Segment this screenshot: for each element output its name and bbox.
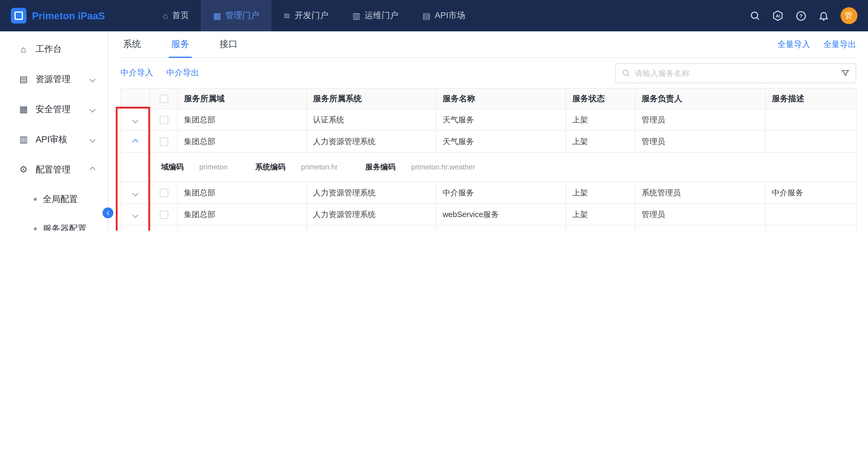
nav-item-dev-portal[interactable]: ≋ 开发门户	[271, 0, 340, 31]
cell-desc	[766, 109, 857, 130]
bell-icon[interactable]	[818, 10, 829, 21]
ai-assistant-icon[interactable]: AI	[772, 10, 783, 22]
cell-desc	[766, 204, 857, 225]
detail-pair: 系统编码 primeton.hr	[255, 162, 337, 172]
top-navbar: Primeton iPaaS ⌂ 首页 ▦ 管理门户 ≋ 开发门户 ▥ 运维门户…	[0, 0, 868, 31]
row-expand-toggle[interactable]	[121, 182, 150, 204]
sidebar-collapse-button[interactable]	[102, 208, 113, 218]
row-checkbox[interactable]	[159, 138, 168, 146]
row-expand-toggle[interactable]	[121, 225, 150, 230]
nav-item-ops-portal[interactable]: ▥ 运维门户	[340, 0, 410, 31]
cell-system: 人力资源管理系统	[307, 204, 436, 225]
chevron-down-icon	[90, 76, 96, 82]
cell-system: 认证系统	[307, 109, 436, 130]
cell-system: 人力资源管理系统	[307, 130, 436, 152]
cell-owner: 管理员	[635, 204, 766, 225]
svg-text:?: ?	[799, 13, 803, 19]
cell-name: webService服务	[436, 204, 566, 225]
sidebar-item-security-mgmt[interactable]: ▦ 安全管理	[0, 94, 108, 124]
header-domain: 服务所属域	[178, 88, 307, 109]
export-all-link[interactable]: 全量导出	[824, 39, 856, 50]
sidebar-subitem-global-config[interactable]: 全局配置	[0, 185, 108, 214]
cell-system: 人力资源管理系统	[307, 225, 436, 230]
sidebar-subitem-label: 全局配置	[43, 193, 78, 205]
header-status: 服务状态	[566, 88, 635, 109]
broker-export-link[interactable]: 中介导出	[166, 67, 199, 79]
nav-item-api-market[interactable]: ▤ API市场	[410, 0, 477, 31]
bullet-dot-icon	[34, 198, 37, 201]
row-expand-toggle[interactable]	[121, 109, 150, 130]
cell-name: 天气服务	[436, 109, 566, 130]
tab-interface[interactable]: 接口	[217, 31, 240, 57]
service-search-box	[615, 63, 856, 83]
nav-item-label: 管理门户	[225, 10, 259, 21]
nav-item-admin-portal[interactable]: ▦ 管理门户	[201, 0, 271, 31]
cell-status: 上架	[566, 182, 635, 204]
table-row: 集团总部 人力资源管理系统 中介服务 上架 系统管理员 中介服务	[121, 182, 857, 204]
primary-nav: ⌂ 首页 ▦ 管理门户 ≋ 开发门户 ▥ 运维门户 ▤ API市场	[151, 0, 477, 31]
cell-name: 天气服务	[436, 130, 566, 152]
import-all-link[interactable]: 全量导入	[778, 39, 810, 50]
row-checkbox[interactable]	[159, 211, 168, 219]
nav-item-label: API市场	[435, 10, 465, 21]
cell-system: 人力资源管理系统	[307, 182, 436, 204]
navbar-actions: AI ? 管	[749, 0, 868, 31]
service-search-input[interactable]	[634, 68, 836, 78]
nav-item-home[interactable]: ⌂ 首页	[151, 0, 201, 31]
sidebar-item-config-mgmt[interactable]: ⚙ 配置管理	[0, 154, 108, 185]
search-icon	[621, 69, 630, 77]
market-icon: ▤	[423, 11, 430, 21]
avatar[interactable]: 管	[840, 7, 857, 24]
table-row: 集团总部 人力资源管理系统 天气服务 上架 管理员	[121, 130, 857, 152]
toolbar: 中介导入 中介导出	[121, 58, 856, 88]
cell-name: 人员信息查询服务	[436, 225, 566, 230]
chevron-down-icon	[90, 106, 96, 112]
select-all-checkbox[interactable]	[159, 95, 168, 103]
sidebar-item-resource-mgmt[interactable]: ▤ 资源管理	[0, 64, 108, 94]
sidebar-subitem-label: 服务器配置	[43, 223, 87, 230]
security-icon: ▦	[18, 104, 29, 115]
chevron-down-icon	[132, 117, 138, 123]
row-expand-toggle[interactable]	[121, 130, 150, 152]
bullet-dot-icon	[34, 227, 37, 230]
workbench-icon: ⌂	[18, 44, 29, 54]
chevron-left-icon	[106, 211, 111, 215]
detail-label: 域编码	[161, 162, 184, 172]
tab-system[interactable]: 系统	[121, 31, 144, 57]
cell-domain: 集团总部	[178, 204, 307, 225]
grid-icon: ▦	[213, 11, 221, 21]
filter-icon[interactable]	[841, 69, 849, 77]
tab-service[interactable]: 服务	[169, 31, 192, 57]
boxes-icon: ▥	[352, 11, 360, 21]
row-checkbox[interactable]	[159, 116, 168, 125]
detail-pair: 服务编码 primeton.hr.weather	[365, 162, 475, 172]
search-icon[interactable]	[749, 10, 760, 21]
chevron-down-icon	[90, 136, 96, 142]
chevron-up-icon	[132, 139, 138, 145]
services-table-wrap: 服务所属域 服务所属系统 服务名称 服务状态 服务负责人 服务描述 集团总部 认…	[121, 88, 856, 230]
cell-desc	[766, 130, 857, 152]
table-row: 集团总部 人力资源管理系统 webService服务 上架 管理员	[121, 204, 857, 225]
row-expand-toggle[interactable]	[121, 204, 150, 225]
broker-import-link[interactable]: 中介导入	[121, 67, 153, 79]
sidebar-item-label: API审核	[36, 133, 67, 145]
layers-icon: ≋	[283, 11, 290, 21]
detail-row: 域编码 primeton 系统编码 primeton.hr 服务编码 prime…	[121, 152, 857, 182]
resource-icon: ▤	[18, 73, 29, 85]
chevron-down-icon	[132, 190, 138, 196]
table-row: 集团总部 认证系统 天气服务 上架 管理员	[121, 109, 857, 130]
cell-status: 上架	[566, 225, 635, 230]
sidebar-item-api-audit[interactable]: ▥ API审核	[0, 124, 108, 154]
help-icon[interactable]: ?	[795, 10, 806, 22]
sidebar-subitem-server-config[interactable]: 服务器配置	[0, 214, 108, 230]
detail-value: primeton.hr	[301, 163, 337, 171]
sidebar-item-workbench[interactable]: ⌂ 工作台	[0, 34, 108, 64]
row-checkbox[interactable]	[159, 189, 168, 197]
audit-icon: ▥	[18, 134, 29, 145]
header-desc: 服务描述	[766, 88, 857, 109]
header-system: 服务所属系统	[307, 88, 436, 109]
detail-value: primeton.hr.weather	[411, 163, 475, 171]
brand: Primeton iPaaS	[0, 0, 151, 31]
brand-title: Primeton iPaaS	[32, 10, 105, 22]
detail-label: 系统编码	[255, 162, 285, 172]
